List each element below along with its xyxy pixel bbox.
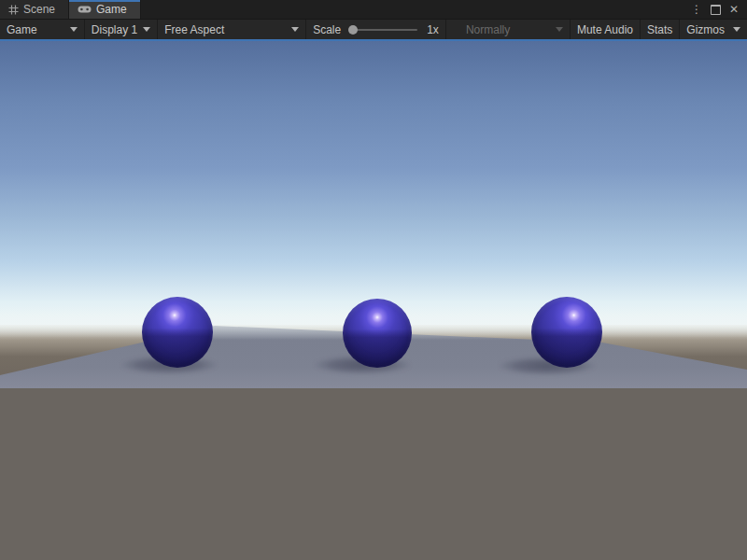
game-mode-dropdown-label: Game — [7, 23, 37, 36]
aspect-ratio-dropdown[interactable]: Free Aspect — [158, 20, 306, 39]
window-controls: ⋮ ✕ — [689, 0, 747, 19]
stats-button[interactable]: Stats — [641, 20, 680, 39]
sphere-3 — [531, 297, 602, 368]
stats-label: Stats — [647, 23, 672, 36]
mute-audio-button[interactable]: Mute Audio — [571, 20, 641, 39]
scale-slider-thumb[interactable] — [348, 25, 358, 35]
display-dropdown-label: Display 1 — [92, 23, 137, 36]
tab-scene[interactable]: Scene — [0, 0, 69, 19]
scale-value: 1x — [427, 23, 439, 36]
game-viewport[interactable] — [0, 39, 747, 560]
gamepad-icon — [78, 5, 92, 14]
grid-icon — [8, 5, 19, 15]
gizmos-label: Gizmos — [686, 23, 725, 36]
tab-scene-label: Scene — [23, 3, 55, 16]
tab-bar: Scene Game ⋮ ✕ — [0, 0, 747, 19]
mute-audio-label: Mute Audio — [577, 23, 633, 36]
chevron-down-icon — [733, 27, 740, 32]
scale-slider[interactable] — [350, 29, 417, 31]
display-dropdown[interactable]: Display 1 — [85, 20, 158, 39]
focus-highlight-line — [0, 39, 747, 41]
chevron-down-icon — [556, 27, 563, 32]
toolbar-spacer — [446, 20, 459, 39]
chevron-down-icon — [291, 27, 299, 32]
gizmos-dropdown[interactable]: Gizmos — [680, 20, 747, 39]
aspect-ratio-dropdown-label: Free Aspect — [164, 23, 224, 36]
maximize-on-play-dropdown[interactable]: Normally — [459, 20, 571, 39]
sky-gradient — [0, 39, 747, 325]
kebab-menu-icon[interactable]: ⋮ — [689, 2, 704, 17]
unity-game-window: Scene Game ⋮ ✕ Game Display 1 — [0, 0, 747, 560]
tab-game-label: Game — [96, 3, 127, 16]
sphere-1 — [142, 297, 213, 368]
close-icon[interactable]: ✕ — [726, 2, 741, 17]
maximize-icon[interactable] — [708, 2, 723, 17]
maximize-on-play-label: Normally — [466, 23, 510, 36]
scale-label: Scale — [313, 23, 341, 36]
game-mode-dropdown[interactable]: Game — [0, 20, 85, 39]
tab-game[interactable]: Game — [69, 0, 141, 19]
chevron-down-icon — [70, 27, 78, 32]
scale-control: Scale 1x — [306, 20, 446, 39]
sphere-2 — [343, 299, 412, 368]
chevron-down-icon — [143, 27, 150, 32]
game-view-toolbar: Game Display 1 Free Aspect Scale 1x Norm… — [0, 19, 747, 39]
near-ground — [0, 388, 747, 560]
maximize-glyph — [711, 5, 721, 15]
